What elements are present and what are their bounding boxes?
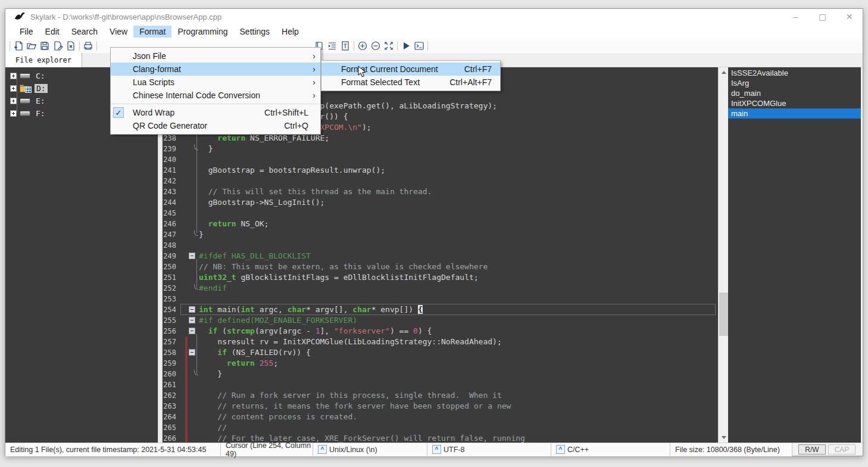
open-folder-icon[interactable] [25, 40, 38, 52]
print-icon[interactable] [82, 40, 95, 52]
status-mode-icon[interactable]: ^ [556, 445, 565, 454]
new-file-icon[interactable] [12, 40, 25, 52]
save-icon[interactable] [38, 40, 51, 52]
text-document-icon[interactable] [339, 40, 352, 52]
code-line-253[interactable]: 253 [163, 294, 718, 304]
zoom-out-icon[interactable] [369, 40, 382, 52]
line-number: 259 [163, 358, 179, 369]
minimize-button[interactable]: – [782, 9, 809, 24]
close-button[interactable]: ✕ [836, 9, 863, 24]
scroll-up-arrow-icon[interactable] [719, 67, 729, 77]
code-line-239[interactable]: 239 } [163, 144, 718, 154]
code-line-264[interactable]: 264 // content process is created. [163, 412, 718, 422]
code-line-251[interactable]: 251uint32_t gBlocklistInitFlags = eDllBl… [163, 272, 718, 283]
code-line-259[interactable]: 259 return 255; [163, 358, 718, 369]
close-file-icon[interactable] [64, 40, 77, 52]
function-item-initxpcomglue[interactable]: InitXPCOMGlue [728, 98, 861, 108]
fold-collapse-icon[interactable] [189, 328, 195, 334]
code-line-254[interactable]: 254int main(int argc, char* argv[], char… [163, 304, 718, 315]
expand-plus-icon[interactable] [10, 110, 17, 117]
menubar-item-file[interactable]: File [14, 26, 39, 38]
save-as-icon[interactable] [51, 40, 64, 52]
function-item-isarg[interactable]: IsArg [728, 78, 861, 88]
fold-column [189, 144, 199, 154]
file-explorer-tab[interactable]: File explorer [5, 53, 82, 67]
code-line-256[interactable]: 256 if (strcmp(argv[argc - 1], "forkserv… [163, 326, 718, 337]
code-line-241[interactable]: 241 gBootstrap = bootstrapResult.unwrap(… [163, 165, 718, 176]
menubar-item-programming[interactable]: Programming [171, 26, 233, 38]
menubar-item-settings[interactable]: Settings [234, 26, 276, 38]
indent-icon[interactable] [326, 40, 339, 52]
menu-item-clang-format[interactable]: Clang-format› [111, 63, 320, 76]
code-line-250[interactable]: 250// NB: This must be extern, as this v… [163, 261, 718, 272]
menu-item-chinese-internal-code-conversion[interactable]: Chinese Internal Code Conversion› [111, 89, 320, 102]
drive-item-c[interactable]: C: [10, 70, 47, 82]
code-line-240[interactable]: 240 [163, 154, 718, 165]
code-line-248[interactable]: 248 [163, 240, 718, 251]
expand-plus-icon[interactable] [10, 98, 17, 104]
zoom-in-icon[interactable] [356, 40, 369, 52]
scroll-down-arrow-icon[interactable] [719, 432, 729, 443]
code-line-262[interactable]: 262 // Run a fork server in this process… [163, 390, 718, 401]
menubar-item-format[interactable]: Format [133, 26, 171, 38]
drive-item-f[interactable]: F: [10, 107, 47, 120]
toolbar-separator [354, 41, 354, 51]
menubar-item-help[interactable]: Help [276, 26, 305, 38]
marker-column [179, 304, 189, 315]
drive-item-e[interactable]: E: [10, 95, 47, 107]
submenu-item-format-selected-text[interactable]: Format Selected TextCtrl+Alt+F7 [321, 76, 500, 89]
expand-plus-icon[interactable] [10, 85, 17, 92]
terminal-icon[interactable] [413, 40, 426, 52]
menu-item-word-wrap[interactable]: ✓Word WrapCtrl+Shift+L [111, 106, 320, 119]
menu-item-json-file[interactable]: Json File› [111, 49, 320, 63]
scrollbar-thumb[interactable] [719, 292, 728, 336]
code-line-257[interactable]: 257 nsresult rv = InitXPCOMGlue(LibLoadi… [163, 337, 718, 347]
menubar-item-edit[interactable]: Edit [39, 26, 65, 38]
line-number: 263 [163, 401, 179, 412]
line-number: 243 [163, 186, 179, 197]
maximize-button[interactable]: ▢ [809, 9, 836, 24]
code-line-255[interactable]: 255#if defined(MOZ_ENABLE_FORKSERVER) [163, 315, 718, 326]
code-line-252[interactable]: 252#endif [163, 283, 718, 294]
code-line-247[interactable]: 247} [163, 229, 718, 240]
status-mode-icon[interactable]: ^ [432, 445, 441, 454]
menubar-item-view[interactable]: View [104, 26, 133, 38]
code-line-265[interactable]: 265 // [163, 422, 718, 433]
expand-plus-icon[interactable] [10, 73, 17, 79]
run-icon[interactable] [399, 40, 413, 52]
function-item-issse2available[interactable]: IsSSE2Available [728, 68, 861, 78]
function-item-do-main[interactable]: do_main [728, 88, 861, 98]
function-item-main[interactable]: main [728, 108, 861, 119]
code-line-249[interactable]: 249#ifdef HAS_DLL_BLOCKLIST [163, 251, 718, 261]
code-text: // [199, 422, 227, 433]
code-line-246[interactable]: 246 return NS_OK; [163, 219, 718, 229]
menu-item-lua-scripts[interactable]: Lua Scripts› [111, 76, 320, 89]
marker-column [179, 283, 189, 294]
line-number: 256 [163, 326, 179, 337]
fold-collapse-icon[interactable] [189, 306, 195, 313]
code-line-258[interactable]: 258 if (NS_FAILED(rv)) { [163, 347, 718, 358]
code-line-245[interactable]: 245 [163, 208, 718, 219]
fold-collapse-icon[interactable] [189, 349, 195, 356]
menu-item-qr-code-generator[interactable]: QR Code GeneratorCtrl+Q [111, 119, 320, 132]
readwrite-toggle[interactable]: R/W [798, 444, 826, 454]
submenu-item-format-current-document[interactable]: Format Current DocumentCtrl+F7 [321, 63, 500, 76]
editor-scrollbar[interactable] [718, 67, 728, 443]
submenu-item-label: Format Selected Text [341, 77, 420, 87]
code-line-261[interactable]: 261 [163, 379, 718, 390]
fullscreen-icon[interactable] [382, 40, 395, 52]
fold-column [189, 240, 199, 251]
status-segment-0: Editing 1 File(s), current file timestam… [5, 443, 221, 456]
code-line-244[interactable]: 244 gBootstrap->NS_LogInit(); [163, 197, 718, 208]
code-line-242[interactable]: 242 [163, 176, 718, 186]
menubar-item-search[interactable]: Search [65, 26, 104, 38]
line-number: 254 [163, 304, 179, 315]
fold-collapse-icon[interactable] [189, 317, 195, 323]
status-mode-icon[interactable]: ^ [318, 445, 327, 454]
code-line-260[interactable]: 260 } [163, 369, 718, 379]
drive-item-d[interactable]: D: [10, 82, 48, 95]
fold-collapse-icon[interactable] [189, 253, 195, 259]
marker-column [179, 261, 189, 272]
code-line-263[interactable]: 263 // returns, it means the fork server… [163, 401, 718, 412]
code-line-243[interactable]: 243 // This will set this thread as the … [163, 186, 718, 197]
